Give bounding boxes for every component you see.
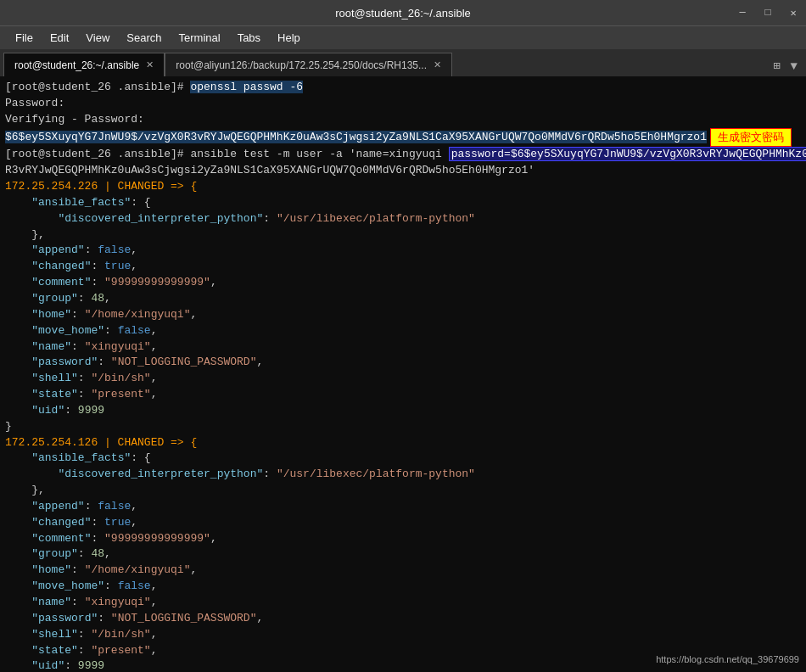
shell-126: "shell": "/bin/sh", (5, 627, 801, 643)
terminal-line-4: $6$ey5SXuyqYG7JnWU9$/vzVgX0R3vRYJwQEGQPH… (5, 128, 801, 148)
menu-terminal[interactable]: Terminal (171, 28, 229, 48)
title-bar: root@student_26:~/.ansible ─ □ ✕ (0, 0, 806, 25)
terminal-line-2: Password: (5, 96, 801, 112)
tab-ansible-label: root@student_26:~/.ansible (14, 59, 139, 71)
menu-view[interactable]: View (77, 28, 118, 48)
group-126: "group": 48, (5, 546, 801, 563)
watermark: https://blog.csdn.net/qq_39679699 (656, 653, 799, 667)
state-226: "state": "present", (5, 387, 801, 403)
python-interp-226: "discovered_interpreter_python": "/usr/l… (5, 211, 801, 227)
comment-126: "comment": "99999999999999", (5, 531, 801, 547)
menu-help[interactable]: Help (269, 28, 309, 48)
openssl-cmd: openssl passwd -6 (190, 81, 303, 93)
close-button[interactable]: ✕ (781, 0, 806, 25)
password-126: "password": "NOT_LOGGING_PASSWORD", (5, 611, 801, 627)
terminal-line-3: Verifying - Password: (5, 112, 801, 128)
group-226: "group": 48, (5, 291, 801, 307)
prompt-2: [root@student_26 .ansible]# (5, 148, 190, 160)
menu-tabs[interactable]: Tabs (229, 28, 269, 48)
terminal-line-5: [root@student_26 .ansible]# ansible test… (5, 147, 801, 163)
tab-ansible-close[interactable]: ✕ (146, 59, 154, 70)
name-126: "name": "xingyuqi", (5, 595, 801, 611)
hash-output: $6$ey5SXuyqYG7JnWU9$/vzVgX0R3vRYJwQEGQPH… (5, 131, 707, 143)
tab-aliyun-label: root@aliyun126:/backup/172.25.254.250/do… (176, 59, 427, 71)
facts-close-226: }, (5, 227, 801, 244)
window-title: root@student_26:~/.ansible (335, 7, 471, 20)
facts-close-126: }, (5, 483, 801, 499)
menu-edit[interactable]: Edit (42, 28, 77, 48)
changed-126: "changed": true, (5, 515, 801, 531)
tab-ansible[interactable]: root@student_26:~/.ansible ✕ (3, 53, 165, 76)
password-argument: password=$6$ey5SXuyqYG7JnWU9$/vzVgX0R3vR… (449, 147, 806, 161)
shell-226: "shell": "/bin/sh", (5, 371, 801, 387)
terminal-line-1: [root@student_26 .ansible]# openssl pass… (5, 80, 801, 96)
ip-changed-226: 172.25.254.226 | CHANGED => { (5, 179, 801, 195)
menu-bar: File Edit View Search Terminal Tabs Help (0, 25, 806, 49)
password-226: "password": "NOT_LOGGING_PASSWORD", (5, 355, 801, 371)
terminal-line-5b: R3vRYJwQEGQPHMhKz0uAw3sCjwgsi2yZa9NLS1Ca… (5, 163, 801, 179)
menu-file[interactable]: File (7, 28, 42, 48)
ansible-facts-126: "ansible_facts": { (5, 451, 801, 467)
changed-226: "changed": true, (5, 259, 801, 275)
append-126: "append": false, (5, 499, 801, 515)
annotation-generate-password: 生成密文密码 (710, 128, 792, 148)
ip-changed-126: 172.25.254.126 | CHANGED => { (5, 435, 801, 451)
tab-dropdown-button[interactable]: ▼ (786, 58, 803, 75)
window-controls: ─ □ ✕ (730, 0, 806, 25)
minimize-button[interactable]: ─ (730, 0, 755, 25)
home-226: "home": "/home/xingyuqi", (5, 307, 801, 323)
ansible-facts-226: "ansible_facts": { (5, 195, 801, 211)
python-interp-126: "discovered_interpreter_python": "/usr/l… (5, 467, 801, 483)
tab-bar: root@student_26:~/.ansible ✕ root@aliyun… (0, 49, 806, 76)
new-tab-button[interactable]: ⊞ (768, 57, 785, 75)
move-home-126: "move_home": false, (5, 579, 801, 595)
name-226: "name": "xingyuqi", (5, 339, 801, 356)
maximize-button[interactable]: □ (755, 0, 781, 25)
move-home-226: "move_home": false, (5, 323, 801, 339)
home-126: "home": "/home/xingyuqi", (5, 563, 801, 579)
tab-aliyun[interactable]: root@aliyun126:/backup/172.25.254.250/do… (165, 53, 452, 76)
comment-226: "comment": "99999999999999", (5, 275, 801, 291)
terminal[interactable]: [root@student_26 .ansible]# openssl pass… (0, 76, 806, 672)
tab-aliyun-close[interactable]: ✕ (434, 59, 441, 70)
ansible-cmd: ansible test -m user -a 'name=xingyuqi (190, 148, 448, 160)
tab-actions: ⊞ ▼ (768, 57, 803, 76)
prompt-1: [root@student_26 .ansible]# (5, 81, 190, 93)
close-brace-226: } (5, 419, 801, 435)
append-226: "append": false, (5, 243, 801, 259)
uid-226: "uid": 9999 (5, 403, 801, 419)
menu-search[interactable]: Search (118, 28, 170, 48)
